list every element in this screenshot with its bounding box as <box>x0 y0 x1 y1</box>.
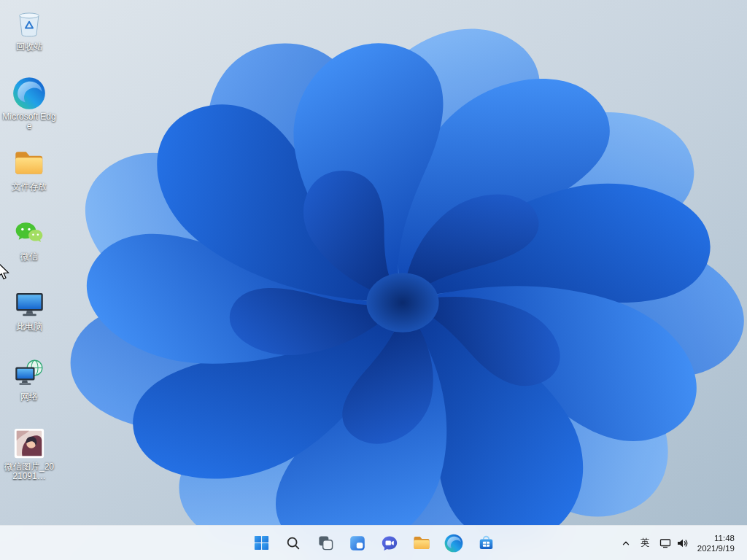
widgets-button[interactable] <box>344 530 371 556</box>
clock[interactable]: 11:48 2021/9/19 <box>694 531 738 556</box>
edge-icon <box>444 534 463 553</box>
desktop-icon-microsoft-edge[interactable]: Microsoft Edge <box>1 74 58 138</box>
windows-start-icon <box>252 534 271 552</box>
desktop-icon-wechat-image[interactable]: 微信图片_2021091… <box>1 424 58 488</box>
mouse-cursor <box>0 261 9 281</box>
desktop-icon-label: 回收站 <box>16 42 42 52</box>
folder-icon <box>12 147 46 180</box>
recycle-bin-icon <box>13 7 45 39</box>
chat-icon <box>381 534 398 552</box>
wallpaper-bloom <box>0 0 747 560</box>
tray-date: 2021/9/19 <box>697 543 735 553</box>
image-thumbnail-icon <box>12 427 46 460</box>
desktop-icon-network[interactable]: 网络 <box>1 354 58 418</box>
desktop-icon-label: 微信图片_2021091… <box>2 462 56 481</box>
taskbar: 英 11:48 2021/9/19 <box>0 525 747 560</box>
tray-time: 11:48 <box>714 533 735 543</box>
desktop-icon-grid: 回收站 Microsoft Edge 文件存放 微信 <box>1 4 58 488</box>
start-button[interactable] <box>248 530 274 556</box>
chat-button[interactable] <box>376 530 403 556</box>
ime-indicator[interactable]: 英 <box>637 531 654 556</box>
desktop-icon-label: Microsoft Edge <box>2 112 56 131</box>
desktop-icon-this-pc[interactable]: 此电脑 <box>1 284 58 348</box>
taskbar-center <box>248 526 499 560</box>
network-volume-button[interactable] <box>656 531 692 556</box>
system-tray: 英 11:48 2021/9/19 <box>617 526 747 560</box>
task-view-icon <box>317 534 334 551</box>
widgets-icon <box>349 534 366 552</box>
file-explorer-icon <box>412 534 431 553</box>
desktop-icon-label: 此电脑 <box>16 322 42 332</box>
task-view-button[interactable] <box>312 530 338 556</box>
search-icon <box>285 535 301 551</box>
network-status-icon <box>659 537 671 549</box>
file-explorer-button[interactable] <box>409 530 435 556</box>
microsoft-store-icon <box>477 534 495 552</box>
microsoft-store-button[interactable] <box>473 530 499 556</box>
desktop-icon-label: 文件存放 <box>12 182 47 192</box>
desktop-icon-label: 微信 <box>20 252 38 262</box>
wechat-icon <box>13 217 45 249</box>
this-pc-icon <box>13 287 46 320</box>
chevron-up-icon <box>621 538 631 548</box>
desktop-icon-recycle-bin[interactable]: 回收站 <box>1 4 58 68</box>
desktop-icon-label: 网络 <box>20 392 38 402</box>
speaker-icon <box>676 537 688 549</box>
edge-icon <box>12 77 46 110</box>
search-button[interactable] <box>280 530 306 556</box>
edge-button[interactable] <box>441 530 467 556</box>
tray-overflow-button[interactable] <box>617 531 635 556</box>
network-icon <box>13 357 46 390</box>
desktop-icon-file-folder[interactable]: 文件存放 <box>1 144 58 208</box>
